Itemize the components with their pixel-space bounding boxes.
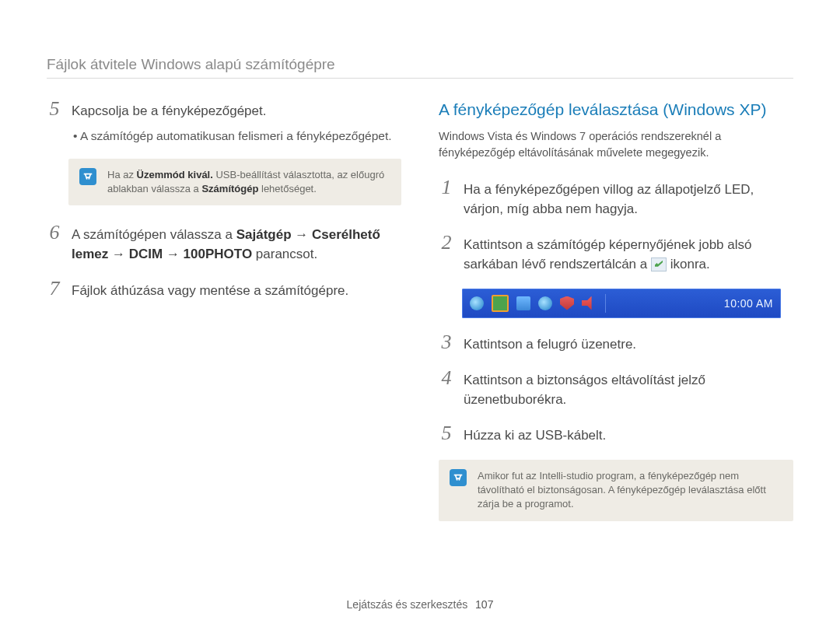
- section-intro: Windows Vista és Windows 7 operációs ren…: [439, 128, 793, 160]
- step-text: Kattintson a felugró üzenetre.: [464, 332, 636, 355]
- step-body: Kapcsolja be a fényképezőgépet. A számít…: [72, 99, 392, 145]
- note-text: Ha az Üzemmód kivál. USB-beállítást vála…: [107, 168, 390, 196]
- step-text: Húzza ki az USB-kábelt.: [464, 423, 606, 446]
- page-header-title: Fájlok átvitele Windows alapú számítógép…: [47, 56, 793, 73]
- r-step-4: 4 Kattintson a biztonságos eltávolítást …: [439, 368, 793, 409]
- column-left: 5 Kapcsolja be a fényképezőgépet. A szám…: [47, 99, 401, 538]
- step-text: Kapcsolja be a fényképezőgépet.: [72, 103, 266, 118]
- step-number: 2: [439, 233, 454, 274]
- manual-page: Fájlok átvitele Windows alapú számítógép…: [47, 0, 793, 538]
- page-number: 107: [475, 598, 493, 611]
- page-footer: Lejátszás és szerkesztés 107: [0, 598, 840, 611]
- substep: A számítógép automatikusan felismeri a f…: [72, 128, 392, 145]
- two-column-layout: 5 Kapcsolja be a fényképezőgépet. A szám…: [47, 99, 793, 538]
- note-text: Amikor fut az Intelli-studio program, a …: [478, 469, 782, 512]
- step-6: 6 A számítógépen válassza a Sajátgép → C…: [47, 222, 401, 264]
- footer-section: Lejátszás és szerkesztés: [347, 598, 468, 611]
- shield-icon: [560, 296, 574, 310]
- step-text: Ha a fényképezőgépen villog az állapotje…: [464, 177, 793, 219]
- note-icon: [450, 469, 467, 486]
- globe-icon: [538, 296, 552, 310]
- r-step-2: 2 Kattintson a számítógép képernyőjének …: [439, 233, 793, 274]
- note-box: Amikor fut az Intelli-studio program, a …: [439, 460, 793, 521]
- network-icon: [516, 296, 530, 310]
- step-body: A számítógépen válassza a Sajátgép → Cse…: [72, 222, 401, 264]
- step-text: Kattintson a biztonságos eltávolítást je…: [464, 368, 793, 409]
- section-heading: A fényképezőgép leválasztása (Windows XP…: [439, 99, 793, 121]
- volume-icon: [582, 296, 596, 310]
- step-number: 6: [47, 222, 62, 264]
- header-divider: [47, 78, 793, 79]
- step-number: 1: [439, 177, 454, 219]
- tray-clock: 10:00 AM: [724, 297, 773, 310]
- column-right: A fényképezőgép leválasztása (Windows XP…: [439, 99, 793, 538]
- windows-xp-systray: 10:00 AM: [462, 289, 781, 318]
- r-step-5: 5 Húzza ki az USB-kábelt.: [439, 423, 793, 446]
- step-number: 4: [439, 368, 454, 409]
- tray-separator: [605, 294, 606, 313]
- step-body: Kattintson a számítógép képernyőjének jo…: [464, 233, 793, 274]
- note-icon: [79, 168, 96, 185]
- step-number: 5: [439, 423, 454, 446]
- step-7: 7 Fájlok áthúzása vagy mentése a számító…: [47, 278, 401, 301]
- step-number: 3: [439, 332, 454, 355]
- step-number: 7: [47, 278, 62, 301]
- globe-icon: [470, 296, 484, 310]
- step-5: 5 Kapcsolja be a fényképezőgépet. A szám…: [47, 99, 401, 145]
- safely-remove-highlighted-icon[interactable]: [492, 295, 509, 312]
- safely-remove-icon: [651, 257, 667, 271]
- step-number: 5: [47, 99, 62, 145]
- step-text: Fájlok áthúzása vagy mentése a számítógé…: [72, 278, 348, 301]
- r-step-3: 3 Kattintson a felugró üzenetre.: [439, 332, 793, 355]
- r-step-1: 1 Ha a fényképezőgépen villog az állapot…: [439, 177, 793, 219]
- note-box: Ha az Üzemmód kivál. USB-beállítást vála…: [68, 159, 401, 205]
